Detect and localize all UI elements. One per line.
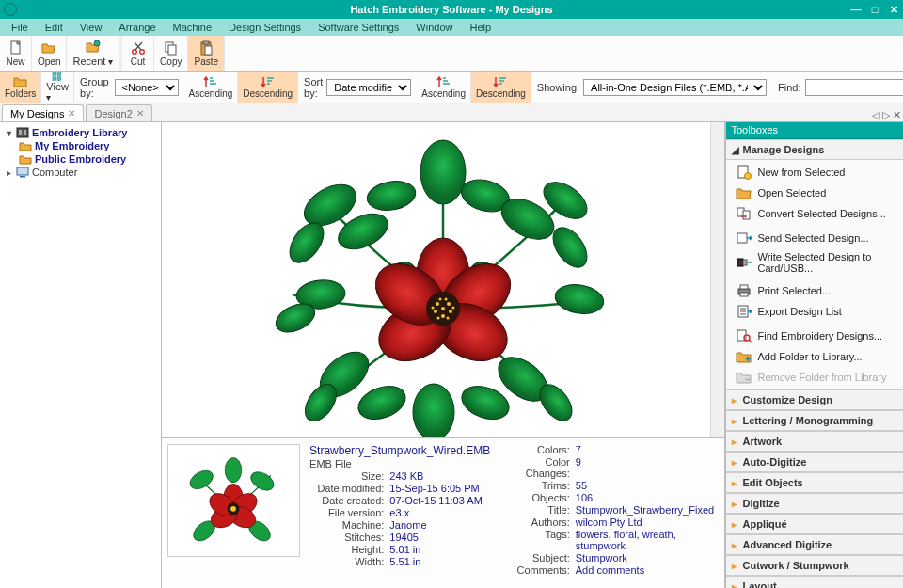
toolbox-header: Toolboxes (726, 122, 904, 139)
item-send-design[interactable]: Send Selected Design... (726, 228, 904, 248)
expand-icon[interactable]: ▸ (4, 167, 13, 178)
tab-next-button[interactable]: ▷ (882, 109, 890, 121)
convert-icon (736, 206, 752, 221)
section-artwork[interactable]: ▸Artwork (726, 431, 904, 452)
section-digitize[interactable]: ▸Digitize (726, 493, 904, 514)
group-ascending-button[interactable]: Ascending (184, 72, 239, 103)
menu-bar: File Edit View Arrange Machine Design Se… (0, 19, 903, 36)
remove-folder-icon (736, 370, 752, 385)
close-button[interactable]: ✕ (884, 4, 903, 16)
section-customize-design[interactable]: ▸Customize Design (726, 389, 904, 410)
find-segment: Find: (772, 72, 903, 103)
view-mode-button[interactable]: View ▾ (41, 72, 74, 103)
showing-select[interactable]: All-in-One Design Files (*.EMB, *.ART*, … (583, 79, 767, 96)
svg-point-65 (446, 316, 449, 319)
menu-design-settings[interactable]: Design Settings (221, 20, 309, 35)
item-convert-designs[interactable]: Convert Selected Designs... (726, 203, 904, 224)
folder-open-icon (41, 40, 56, 56)
sort-by-select[interactable]: Date modified (326, 79, 411, 96)
svg-point-1 (94, 40, 100, 46)
svg-point-36 (413, 384, 454, 438)
svg-point-22 (420, 140, 466, 204)
tree-root-embroidery-library[interactable]: ▾ Embroidery Library (2, 126, 159, 139)
svg-rect-83 (737, 259, 743, 266)
tab-close-button[interactable]: ✕ (893, 109, 901, 121)
menu-file[interactable]: File (4, 20, 36, 35)
design-canvas[interactable] (162, 122, 724, 437)
workspace: ▾ Embroidery Library My Embroidery Publi… (0, 122, 903, 588)
tab-nav: ◁ ▷ ✕ (872, 109, 901, 121)
vertical-scrollbar[interactable] (710, 122, 724, 437)
svg-point-64 (436, 316, 439, 319)
library-icon (16, 127, 29, 138)
collapse-icon[interactable]: ▾ (4, 128, 13, 138)
group-by-select[interactable]: <None> (115, 79, 179, 96)
svg-rect-5 (168, 45, 176, 55)
section-cutwork[interactable]: ▸Cutwork / Stumpwork (726, 555, 904, 576)
svg-rect-81 (743, 211, 750, 219)
find-input[interactable] (805, 79, 903, 96)
group-descending-button[interactable]: Descending (238, 72, 298, 103)
window-title: Hatch Embroidery Software - My Designs (350, 4, 552, 15)
section-auto-digitize[interactable]: ▸Auto-Digitize (726, 452, 904, 472)
sort-by-label: Sort by: (304, 76, 323, 99)
tree-item-my-embroidery[interactable]: My Embroidery (2, 139, 159, 152)
svg-point-63 (452, 306, 454, 309)
copy-button[interactable]: Copy (154, 36, 188, 71)
menu-arrange[interactable]: Arrange (111, 20, 163, 35)
menu-help[interactable]: Help (462, 20, 499, 35)
folder-open-icon (736, 185, 752, 200)
menu-window[interactable]: Window (408, 20, 460, 35)
section-manage-designs[interactable]: ◢Manage Designs (726, 139, 904, 160)
open-button[interactable]: Open (32, 36, 67, 71)
item-open-selected[interactable]: Open Selected (726, 183, 904, 203)
design-details-pane: Strawberry_Stumpwork_Wired.EMB EMB File … (162, 437, 724, 588)
detail-comments[interactable]: Add comments (576, 564, 719, 576)
section-edit-objects[interactable]: ▸Edit Objects (726, 472, 904, 493)
detail-column-2: Colors:7 Color Changes:9 Trims:55 Object… (513, 444, 718, 582)
svg-point-62 (431, 306, 434, 309)
section-layout[interactable]: ▸Layout (726, 576, 904, 588)
menu-edit[interactable]: Edit (38, 20, 71, 35)
tab-prev-button[interactable]: ◁ (872, 109, 879, 121)
item-find-designs[interactable]: Find Embroidery Designs... (726, 326, 904, 346)
detail-width: 5.51 in (389, 556, 490, 567)
detail-title: Stumpwork_Strawberry_Fixed (576, 504, 719, 516)
menu-view[interactable]: View (72, 20, 110, 35)
main-toolbar: New Open Recent ▾ Cut Copy Paste (0, 36, 903, 72)
library-toolbar: Folders View ▾ Group by: <None> Ascendin… (0, 72, 903, 103)
design-thumbnail[interactable] (167, 444, 300, 557)
sort-asc-icon (436, 75, 452, 88)
sort-descending-button[interactable]: Descending (471, 72, 531, 103)
folders-toggle[interactable]: Folders (0, 72, 41, 103)
maximize-button[interactable]: □ (865, 4, 884, 16)
paste-button[interactable]: Paste (188, 36, 225, 71)
close-tab-icon[interactable]: ✕ (136, 108, 144, 119)
svg-point-21 (364, 177, 417, 214)
close-tab-icon[interactable]: ✕ (68, 108, 75, 119)
svg-rect-7 (203, 41, 209, 44)
sort-asc-icon (203, 75, 218, 88)
new-button[interactable]: New (0, 36, 32, 71)
tree-item-public-embroidery[interactable]: Public Embroidery (2, 152, 159, 166)
menu-machine[interactable]: Machine (166, 20, 220, 35)
minimize-button[interactable]: — (847, 4, 865, 16)
tree-item-computer[interactable]: ▸ Computer (2, 166, 159, 179)
sort-ascending-button[interactable]: Ascending (417, 72, 471, 103)
svg-rect-15 (24, 130, 26, 135)
section-advanced-digitize[interactable]: ▸Advanced Digitize (726, 534, 904, 555)
detail-date-modified: 15-Sep-15 6:05 PM (389, 483, 490, 494)
item-write-to-card[interactable]: Write Selected Design to Card/USB... (726, 248, 904, 277)
item-print-selected[interactable]: Print Selected... (726, 280, 904, 301)
item-add-folder[interactable]: Add Folder to Library... (726, 346, 904, 367)
item-new-from-selected[interactable]: New from Selected (726, 162, 904, 183)
cut-button[interactable]: Cut (122, 36, 154, 71)
detail-height: 5.01 in (389, 544, 490, 555)
tab-design2[interactable]: Design2 ✕ (86, 104, 151, 121)
item-export-list[interactable]: Export Design List (726, 301, 904, 322)
section-lettering[interactable]: ▸Lettering / Monogramming (726, 410, 904, 431)
recent-button[interactable]: Recent ▾ (67, 36, 119, 71)
tab-my-designs[interactable]: My Designs ✕ (2, 104, 84, 121)
section-applique[interactable]: ▸Appliqué (726, 514, 904, 534)
menu-software-settings[interactable]: Software Settings (310, 20, 406, 35)
